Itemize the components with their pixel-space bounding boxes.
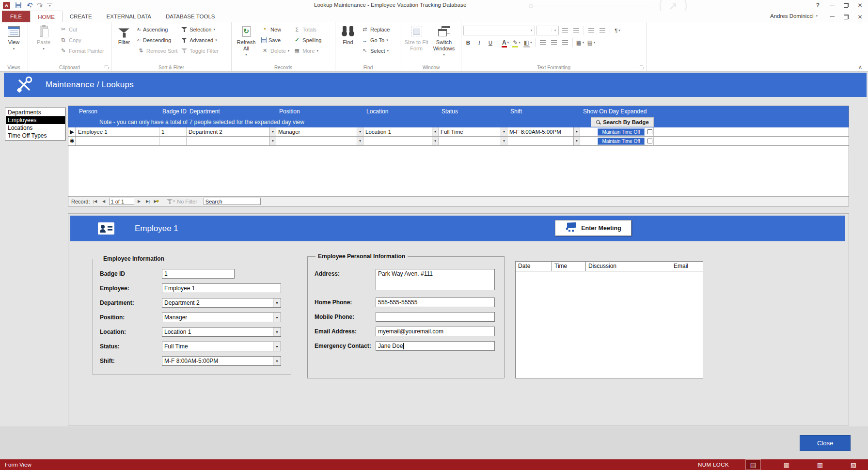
next-record-button[interactable]: ▶	[136, 198, 143, 205]
chevron-down-icon[interactable]: ▾	[269, 127, 276, 136]
badge-id-cell[interactable]	[159, 137, 187, 146]
no-filter-button[interactable]: ✕No Filter	[167, 199, 197, 204]
align-center-button[interactable]	[549, 38, 559, 47]
location-combo[interactable]: Location 1▾	[363, 127, 439, 137]
badge-id-field[interactable]	[162, 269, 235, 279]
redo-button[interactable]: ↷▾	[37, 1, 42, 10]
bullets-button[interactable]	[560, 26, 570, 35]
chevron-down-icon[interactable]: ▾	[273, 342, 281, 351]
background-fill-button[interactable]: ◧▾	[523, 38, 533, 47]
doc-close-button[interactable]: ✕	[853, 12, 867, 22]
remove-sort-button[interactable]: ⇅Remove Sort	[136, 46, 179, 56]
replace-button[interactable]: ⇄Replace	[360, 24, 391, 34]
sidebar-item-locations[interactable]: Locations	[6, 124, 65, 132]
shift-select[interactable]: M-F 8:00AM-5:00PM▾	[162, 356, 281, 366]
select-button[interactable]: ↖Select▾	[360, 46, 391, 56]
highlight-color-button[interactable]: ✎▾	[512, 38, 521, 47]
bold-button[interactable]: B	[463, 38, 473, 47]
italic-button[interactable]: I	[474, 38, 484, 47]
close-button[interactable]: Close	[800, 435, 851, 451]
location-combo[interactable]: ▾	[363, 137, 439, 146]
location-select[interactable]: Location 1▾	[162, 327, 281, 337]
tab-file[interactable]: FILE	[2, 11, 30, 22]
minimize-button[interactable]	[825, 0, 839, 10]
sidebar-item-time-off-types[interactable]: Time Off Types	[6, 132, 65, 140]
copy-button[interactable]: ⧉Copy	[58, 35, 106, 45]
chevron-down-icon[interactable]: ▾	[273, 328, 281, 336]
design-view-button[interactable]: ▧	[846, 459, 861, 470]
position-combo[interactable]: Manager▾	[276, 127, 363, 137]
delete-record-button[interactable]: ✕Delete▾	[260, 46, 291, 56]
first-record-button[interactable]: |◀	[92, 198, 99, 205]
selection-button[interactable]: Selection▾	[180, 24, 220, 34]
increase-indent-button[interactable]	[598, 26, 607, 35]
person-cell[interactable]: Employee 1	[76, 127, 159, 137]
new-record-button[interactable]: *New	[260, 24, 291, 34]
font-size-combo[interactable]: ▾	[537, 26, 559, 35]
mobile-phone-field[interactable]	[376, 312, 495, 322]
chevron-down-icon[interactable]: ▾	[357, 137, 363, 145]
tab-home[interactable]: HOME	[30, 11, 63, 22]
record-search-input[interactable]	[204, 198, 261, 205]
form-view-button[interactable]: ▤	[745, 459, 761, 470]
chevron-down-icon[interactable]: ▾	[432, 127, 438, 136]
chevron-down-icon[interactable]: ▾	[432, 137, 438, 145]
enter-meeting-button[interactable]: Enter Meeting	[555, 220, 631, 236]
format-painter-button[interactable]: ✎Format Painter	[58, 46, 106, 56]
position-select[interactable]: Manager▾	[162, 313, 281, 322]
underline-button[interactable]: U	[486, 38, 495, 47]
tab-database-tools[interactable]: DATABASE TOOLS	[158, 11, 222, 22]
account-menu[interactable]: Andres Dominicci ▾	[770, 13, 818, 19]
department-select[interactable]: Department 2▾	[162, 298, 281, 308]
home-phone-field[interactable]	[376, 298, 495, 307]
text-direction-button[interactable]: ¶▾	[613, 26, 622, 35]
save-icon[interactable]	[16, 2, 21, 8]
status-combo[interactable]: ▾	[439, 137, 507, 146]
shift-combo[interactable]: ▾	[507, 137, 580, 146]
record-position-box[interactable]: 1 of 1	[109, 198, 134, 205]
advanced-button[interactable]: Advanced▾	[180, 35, 220, 45]
sidebar-item-departments[interactable]: Departments	[6, 109, 65, 116]
badge-id-cell[interactable]: 1	[159, 127, 187, 137]
help-button[interactable]: ?	[811, 0, 825, 10]
decrease-indent-button[interactable]	[586, 26, 596, 35]
collapse-ribbon-button[interactable]: ∧	[858, 64, 862, 70]
department-combo[interactable]: ▾	[187, 137, 276, 146]
customize-qat-icon[interactable]: ▾	[47, 3, 52, 8]
align-left-button[interactable]	[538, 38, 548, 47]
doc-restore-button[interactable]	[839, 12, 853, 22]
more-button[interactable]: ▦More▾	[292, 46, 323, 56]
toggle-filter-button[interactable]: Toggle Filter	[180, 46, 220, 56]
chevron-down-icon[interactable]: ▾	[269, 137, 276, 145]
font-color-button[interactable]: A▾	[501, 38, 510, 47]
chevron-down-icon[interactable]: ▾	[501, 127, 507, 136]
alternate-row-color-button[interactable]: ▤▾	[586, 38, 596, 47]
sidebar-item-employees[interactable]: Employees	[6, 116, 65, 124]
chevron-down-icon[interactable]: ▾	[357, 127, 363, 136]
new-record-asterisk-icon[interactable]: ✱	[68, 137, 76, 146]
undo-button[interactable]: ↶▾	[27, 1, 32, 10]
save-record-button[interactable]: Save	[260, 35, 291, 45]
show-on-day-checkbox[interactable]	[647, 139, 652, 143]
access-app-icon[interactable]: A	[3, 2, 10, 9]
employee-field[interactable]	[162, 283, 281, 293]
new-blank-record-button[interactable]: ▶✱	[153, 198, 160, 205]
spelling-button[interactable]: ✓Spelling	[292, 35, 323, 45]
datasheet-view-button[interactable]: ▦	[779, 459, 794, 470]
maintain-time-off-button[interactable]: Maintain Time Off	[598, 128, 645, 136]
font-name-combo[interactable]: ▾	[463, 26, 535, 35]
refresh-all-button[interactable]: ↻ Refresh All ▾	[234, 23, 259, 64]
email-address-field[interactable]	[376, 327, 495, 336]
layout-view-button[interactable]: ▥	[812, 459, 828, 470]
find-button[interactable]: Find	[337, 23, 359, 64]
tab-external-data[interactable]: EXTERNAL DATA	[99, 11, 158, 22]
ascending-button[interactable]: A↓Ascending	[136, 24, 179, 34]
record-selector-arrow-icon[interactable]: ▶	[68, 127, 76, 137]
restore-button[interactable]	[839, 0, 853, 10]
cut-button[interactable]: ✂Cut	[58, 24, 106, 34]
close-window-button[interactable]: ✕	[853, 0, 867, 10]
status-combo[interactable]: Full Time▾	[439, 127, 507, 137]
totals-button[interactable]: ΣTotals	[292, 24, 323, 34]
chevron-down-icon[interactable]: ▾	[573, 127, 580, 136]
address-field[interactable]: Park Way Aven. #111	[376, 269, 495, 290]
